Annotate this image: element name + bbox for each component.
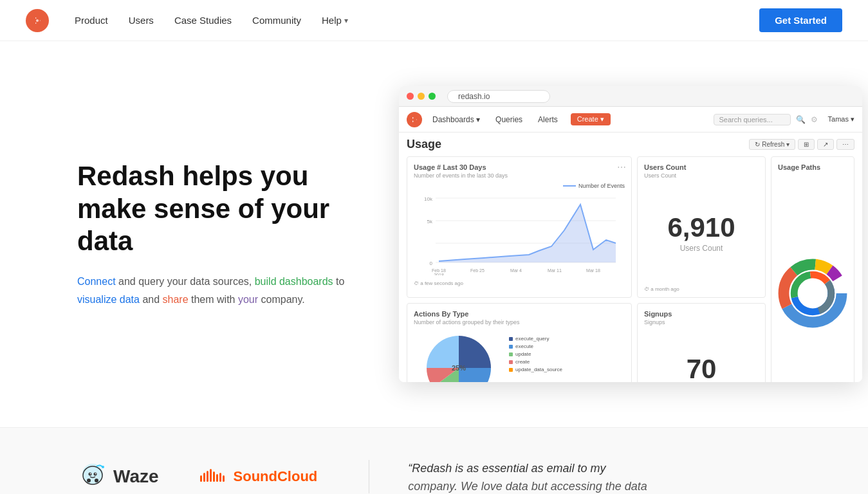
logo-icon xyxy=(26,9,49,32)
legend-update-data-source: update_data_source xyxy=(509,367,562,372)
svg-text:2018: 2018 xyxy=(434,273,444,275)
grid-view-button[interactable]: ⊞ xyxy=(798,139,815,150)
link-your[interactable]: your xyxy=(238,294,258,305)
svg-text:0: 0 xyxy=(430,261,433,266)
link-share[interactable]: share xyxy=(163,294,189,305)
svg-text:5k: 5k xyxy=(427,219,433,224)
svg-rect-46 xyxy=(219,473,221,482)
users-count-timestamp: ⏱ a month ago xyxy=(644,286,679,292)
nav-case-studies[interactable]: Case Studies xyxy=(174,15,232,26)
legend-line xyxy=(563,185,576,187)
navbar: Product Users Case Studies Community Hel… xyxy=(0,0,868,41)
donut-chart-container xyxy=(778,172,847,382)
users-count-value: 6,910 xyxy=(667,214,735,241)
actions-title: Actions By Type xyxy=(414,310,625,318)
svg-text:25%: 25% xyxy=(452,364,466,372)
waze-logo: Waze xyxy=(77,461,159,492)
legend-execute-query: execute_query xyxy=(509,336,562,342)
chevron-down-icon: ▾ xyxy=(344,16,348,25)
usage-chart-widget: Usage # Last 30 Days Number of events in… xyxy=(407,156,632,298)
logos-section: Waze SoundCloud “Redash is as essential … xyxy=(0,427,868,494)
users-count-subtitle: Users Count xyxy=(644,172,759,179)
legend-label: Number of Events xyxy=(578,183,625,189)
link-visualize[interactable]: visualize data xyxy=(77,294,140,305)
line-chart-svg: 10k 5k 0 Feb 18 2018 Feb 25 xyxy=(414,192,625,275)
users-count-value-container: 6,910 Users Count xyxy=(644,183,759,284)
app-content: Dashboards ▾ Queries Alerts Create ▾ Sea… xyxy=(399,107,862,382)
app-create-button[interactable]: Create ▾ xyxy=(571,113,611,125)
logos-left: Waze SoundCloud xyxy=(77,461,317,492)
widget-subtitle: Number of events in the last 30 days xyxy=(414,172,625,179)
browser-bar: redash.io xyxy=(399,86,862,107)
soundcloud-icon xyxy=(198,461,228,492)
svg-point-37 xyxy=(90,473,91,475)
legend-dot xyxy=(509,345,513,349)
app-nav-dashboards[interactable]: Dashboards ▾ xyxy=(427,114,485,125)
svg-rect-47 xyxy=(223,475,225,482)
waze-icon xyxy=(77,461,108,492)
hero-description: Connect and query your data sources, bui… xyxy=(77,273,347,307)
svg-point-39 xyxy=(102,466,104,468)
svg-point-34 xyxy=(95,479,98,482)
hero-section: Redash helps you make sense of your data… xyxy=(0,41,868,427)
svg-text:Mar 18: Mar 18 xyxy=(586,268,600,273)
nav-help[interactable]: Help ▾ xyxy=(322,15,348,26)
app-nav-queries[interactable]: Queries xyxy=(490,114,528,125)
legend-create: create xyxy=(509,359,562,365)
settings-icon: ⚙ xyxy=(811,115,818,124)
link-connect[interactable]: Connect xyxy=(77,276,116,287)
svg-rect-44 xyxy=(213,471,215,482)
svg-rect-45 xyxy=(216,474,218,482)
browser-url-bar: redash.io xyxy=(447,90,550,103)
nav-users[interactable]: Users xyxy=(129,15,154,26)
hero-text: Redash helps you make sense of your data… xyxy=(77,160,347,308)
legend-execute: execute xyxy=(509,343,562,349)
browser-fullscreen-dot xyxy=(429,93,436,100)
soundcloud-label: SoundCloud xyxy=(234,468,318,485)
browser-minimize-dot xyxy=(418,93,425,100)
signups-subtitle: Signups xyxy=(644,319,759,325)
svg-text:Feb 25: Feb 25 xyxy=(470,268,485,273)
widget-menu-icon[interactable]: ⋯ xyxy=(617,162,626,172)
legend-dot xyxy=(509,337,513,341)
pie-legend: execute_query execute update xyxy=(509,329,562,372)
donut-chart-svg xyxy=(778,235,847,351)
more-options-button[interactable]: ⋯ xyxy=(836,139,854,150)
legend-dot xyxy=(509,360,513,364)
nav-community[interactable]: Community xyxy=(252,15,301,26)
signups-value-container: 70 Signups xyxy=(644,329,759,382)
testimonial: “Redash is as essential as email to my c… xyxy=(369,460,791,493)
svg-text:Feb 18: Feb 18 xyxy=(432,268,446,273)
waze-label: Waze xyxy=(113,466,159,487)
legend-update: update xyxy=(509,351,562,357)
dashboard-actions: ↻ Refresh ▾ ⊞ ↗ ⋯ xyxy=(749,139,854,150)
hero-screenshot: redash.io Dashboards ▾ Queries Alerts xyxy=(399,86,862,382)
refresh-button[interactable]: ↻ Refresh ▾ xyxy=(749,139,795,150)
chart-timestamp: ⏱ a few seconds ago xyxy=(414,280,625,286)
app-user-menu[interactable]: Tamas ▾ xyxy=(828,115,854,124)
usage-paths-widget: Usage Paths xyxy=(771,156,854,382)
testimonial-text: “Redash is as essential as email to my xyxy=(408,460,791,477)
link-build-dashboards[interactable]: build dashboards xyxy=(255,276,333,287)
soundcloud-logo: SoundCloud xyxy=(198,461,318,492)
browser-close-dot xyxy=(407,93,414,100)
hero-title: Redash helps you make sense of your data xyxy=(77,160,347,257)
get-started-button[interactable]: Get Started xyxy=(759,8,842,32)
svg-text:Mar 4: Mar 4 xyxy=(510,268,522,273)
app-screenshot: redash.io Dashboards ▾ Queries Alerts xyxy=(399,86,862,382)
svg-text:10k: 10k xyxy=(424,196,433,202)
legend-dot xyxy=(509,368,513,372)
signups-value: 70 xyxy=(687,356,717,382)
chart-legend: Number of Events xyxy=(414,183,625,189)
svg-point-3 xyxy=(36,19,39,22)
app-search-input[interactable]: Search queries... xyxy=(714,114,791,125)
nav-product[interactable]: Product xyxy=(75,15,108,26)
logo[interactable] xyxy=(26,9,49,32)
testimonial-text-2: company. We love data but accessing the … xyxy=(408,480,791,493)
share-button[interactable]: ↗ xyxy=(817,139,834,150)
dashboard-title: Usage xyxy=(407,138,441,151)
svg-rect-43 xyxy=(210,469,212,482)
pie-chart-container: 25% execute_query execute xyxy=(414,329,625,382)
svg-point-38 xyxy=(95,473,97,475)
app-nav-alerts[interactable]: Alerts xyxy=(533,114,563,125)
